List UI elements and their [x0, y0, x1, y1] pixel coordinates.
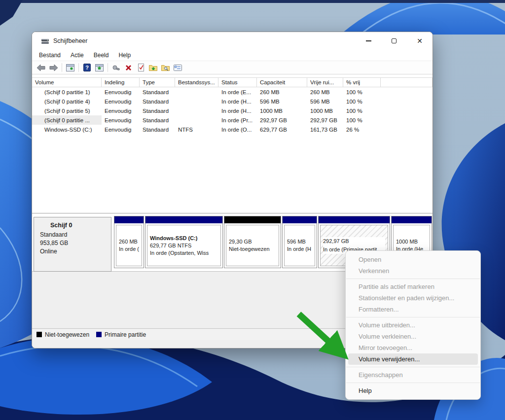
cell-indeling: Eenvoudig [102, 97, 140, 106]
partition-status: In orde (H [287, 245, 312, 253]
folder-up-button[interactable] [147, 62, 159, 73]
console-export-button[interactable] [93, 62, 106, 73]
partition-596mb[interactable]: 596 MB In orde (H [282, 216, 317, 268]
toolbar-separator [108, 63, 108, 72]
cell-status: In orde (Pr... [218, 115, 257, 125]
volume-name: (Schijf 0 partitie 5) [44, 108, 90, 114]
viewer-icon [112, 65, 120, 71]
column-header-bestandssysteem[interactable]: Bestandssys... [175, 78, 218, 87]
table-row[interactable]: (Schijf 0 partitie 1) Eenvoudig Standaar… [32, 87, 433, 97]
cell-status: In orde (O... [218, 125, 257, 134]
menu-item-help[interactable]: Help [346, 385, 480, 396]
column-header-volume[interactable]: Volume [32, 78, 102, 87]
partition-size: 292,97 GB [323, 237, 385, 245]
menu-item-openen: Openen [346, 254, 480, 265]
partition-status: In orde (Opstarten, Wiss [150, 249, 218, 257]
close-button[interactable]: ✕ [407, 32, 433, 50]
menu-actie[interactable]: Actie [66, 50, 89, 60]
folder-search-button[interactable] [159, 62, 172, 73]
column-header-indeling[interactable]: Indeling [102, 78, 140, 87]
cell-vrij: 260 MB [307, 87, 343, 97]
minimize-icon [366, 40, 371, 41]
folder-up-icon [149, 64, 157, 71]
cell-status: In orde (E... [218, 87, 257, 97]
partition-status: Niet-toegewezen [229, 245, 276, 253]
cell-vrij: 596 MB [307, 97, 343, 106]
cell-vrij: 1000 MB [307, 106, 343, 115]
cell-fs [175, 106, 218, 115]
partition-windows-ssd-c[interactable]: Windows-SSD (C:) 629,77 GB NTFS In orde … [145, 216, 223, 268]
console-export-icon [95, 64, 104, 71]
disk-status: Online [40, 247, 105, 256]
table-row-selected[interactable]: (Schijf 0 partitie ... Eenvoudig Standaa… [32, 115, 433, 125]
partition-260mb[interactable]: 260 MB In orde ( [114, 216, 144, 268]
cell-indeling: Eenvoudig [102, 106, 140, 115]
mark-active-button[interactable] [135, 62, 147, 73]
volume-icon [35, 109, 42, 113]
volume-list-header: Volume Indeling Type Bestandssys... Stat… [32, 77, 433, 87]
cell-capaciteit: 596 MB [257, 97, 307, 106]
legend-unallocated-swatch [36, 332, 42, 337]
back-button[interactable] [35, 62, 47, 73]
disk0-info-panel[interactable]: Schijf 0 Standaard 953,85 GB Online [34, 217, 111, 272]
close-icon: ✕ [417, 37, 423, 44]
svg-text:?: ? [85, 65, 89, 70]
cell-type: Standaard [140, 115, 175, 125]
menu-item-verkennen: Verkennen [346, 265, 480, 277]
menu-separator [346, 367, 480, 367]
partition-size: 29,30 GB [229, 238, 276, 245]
menu-beeld[interactable]: Beeld [89, 50, 114, 60]
disk-icon [40, 223, 48, 228]
cell-capaciteit: 1000 MB [257, 106, 307, 115]
table-row[interactable]: (Schijf 0 partitie 4) Eenvoudig Standaar… [32, 97, 433, 106]
cell-fs [175, 97, 218, 106]
table-row[interactable]: (Schijf 0 partitie 5) Eenvoudig Standaar… [32, 106, 433, 115]
maximize-button[interactable] [381, 32, 407, 50]
table-row[interactable]: Windows-SSD (C:) Eenvoudig Standaard NTF… [32, 125, 433, 134]
cell-pct: 100 % [343, 97, 381, 106]
cell-pct: 100 % [343, 106, 381, 115]
menu-separator [346, 279, 480, 279]
cell-type: Standaard [140, 125, 175, 134]
column-header-status[interactable]: Status [218, 78, 257, 87]
cell-indeling: Eenvoudig [102, 125, 140, 134]
delete-volume-button[interactable] [122, 62, 135, 73]
partition-unallocated[interactable]: 29,30 GB Niet-toegewezen [224, 216, 281, 268]
folder-search-icon [161, 64, 170, 71]
column-header-pct-vrij[interactable]: % vrij [343, 78, 381, 87]
cell-vrij: 161,73 GB [307, 125, 343, 134]
menu-help[interactable]: Help [113, 50, 136, 60]
partition-type-bar [224, 216, 281, 223]
menu-item-volume-verkleinen: Volume verkleinen... [346, 331, 480, 342]
console-window-button[interactable] [64, 62, 76, 73]
partition-size: 629,77 GB NTFS [150, 242, 218, 249]
menu-bestand[interactable]: Bestand [34, 50, 66, 60]
column-header-capaciteit[interactable]: Capaciteit [257, 78, 307, 87]
cell-status: In orde (H... [218, 97, 257, 106]
properties-button[interactable] [172, 62, 184, 73]
menu-item-mirror-toevoegen: Mirror toevoegen... [346, 342, 480, 353]
menu-item-stationsletter-wijzigen: Stationsletter en paden wijzigen... [346, 292, 480, 304]
partition-name: Windows-SSD (C:) [150, 235, 218, 242]
cell-fs [175, 115, 218, 125]
cell-type: Standaard [140, 97, 175, 106]
cell-type: Standaard [140, 87, 175, 97]
disk-management-app-icon [41, 37, 49, 45]
viewer-button[interactable] [110, 62, 122, 73]
partition-size: 1000 MB [396, 238, 427, 245]
menu-item-volume-verwijderen[interactable]: Volume verwijderen... [348, 353, 478, 365]
minimize-button[interactable] [356, 32, 381, 50]
disk-layout: Standaard [40, 231, 105, 239]
caption-buttons: ✕ [356, 32, 433, 50]
cell-pct: 100 % [343, 115, 381, 125]
help-button[interactable]: ? [81, 62, 93, 73]
forward-button[interactable] [47, 62, 60, 73]
partition-status: In orde ( [119, 245, 139, 253]
column-header-vrije-ruimte[interactable]: Vrije rui... [307, 78, 343, 87]
menu-item-partitie-als-actief-markeren: Partitie als actief markeren [346, 281, 480, 292]
forward-arrow-icon [49, 65, 58, 71]
maximize-icon [392, 38, 397, 43]
title-bar: Schijfbeheer ✕ [32, 32, 433, 50]
column-header-type[interactable]: Type [140, 78, 175, 87]
window-title: Schijfbeheer [53, 37, 88, 44]
